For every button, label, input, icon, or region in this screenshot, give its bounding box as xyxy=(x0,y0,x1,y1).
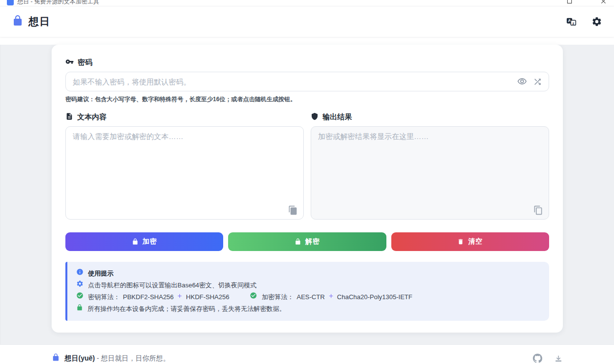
trash-icon xyxy=(457,238,464,245)
encrypt-button[interactable]: 加密 xyxy=(65,232,223,251)
tips-settings-line: 点击导航栏的图标可以设置输出Base64密文、切换夜间模式 xyxy=(88,280,257,291)
download-icon[interactable] xyxy=(554,354,563,363)
password-label: 密码 xyxy=(78,58,92,67)
gear-small-icon xyxy=(76,280,84,291)
favicon xyxy=(7,0,14,5)
app-logo-lock-icon xyxy=(12,15,24,28)
output-textarea[interactable] xyxy=(311,126,549,220)
info-icon xyxy=(76,268,84,280)
browser-tab-title: 想日 - 免费开源的文本加密工具 xyxy=(17,0,99,6)
shuffle-icon[interactable] xyxy=(533,77,542,86)
input-textarea[interactable] xyxy=(65,126,304,220)
shield-icon xyxy=(311,112,319,122)
clear-label: 清空 xyxy=(468,237,483,246)
lock-icon xyxy=(132,238,139,245)
output-section-label: 输出结果 xyxy=(311,112,549,122)
tips-title: 使用提示 xyxy=(88,268,114,280)
plus-icon xyxy=(176,291,183,303)
password-input[interactable] xyxy=(65,72,549,91)
cipher-algo-b: ChaCha20-Poly1305-IETF xyxy=(337,291,412,303)
copy-output-icon[interactable] xyxy=(533,205,543,217)
cipher-algo-a: AES-CTR xyxy=(296,291,324,303)
github-icon[interactable] xyxy=(533,354,542,363)
plus-icon xyxy=(328,291,334,303)
kdf-label: 密钥算法： xyxy=(88,291,120,303)
input-label: 文本内容 xyxy=(77,112,107,122)
usage-tips-box: 使用提示 点击导航栏的图标可以设置输出Base64密文、切换夜间模式 密钥算法：… xyxy=(65,262,549,321)
eye-icon[interactable] xyxy=(517,77,527,86)
kdf-algo-b: HKDF-SHA256 xyxy=(186,291,229,303)
tips-local-line: 所有操作均在本设备内完成；请妥善保存密码，丢失将无法解密数据。 xyxy=(88,303,286,315)
main-area: 密码 密码建议：包含大小写字母、数字和特殊符号，长度至少16位；或者点击随机生成… xyxy=(0,45,614,344)
document-icon xyxy=(65,112,73,122)
app-title: 想日 xyxy=(29,15,50,28)
encryption-card: 密码 密码建议：包含大小写字母、数字和特殊符号，长度至少16位；或者点击随机生成… xyxy=(52,45,563,333)
key-icon xyxy=(65,57,74,67)
input-section-label: 文本内容 xyxy=(65,112,304,122)
base64-translate-icon[interactable]: A z xyxy=(566,16,577,27)
lock-small-icon xyxy=(76,303,83,315)
app-footer: 想日(yuē) - 想日就日，日你所想。 xyxy=(0,344,614,364)
password-section-label: 密码 xyxy=(65,57,549,67)
encrypt-label: 加密 xyxy=(143,237,157,246)
clear-button[interactable]: 清空 xyxy=(391,232,549,251)
app-header: 想日 A z xyxy=(0,6,614,37)
svg-text:z: z xyxy=(572,21,574,26)
password-hint: 密码建议：包含大小写字母、数字和特殊符号，长度至少16位；或者点击随机生成按钮。 xyxy=(65,95,549,104)
decrypt-label: 解密 xyxy=(305,237,320,246)
check-circle-icon xyxy=(76,291,84,303)
footer-brand: 想日(yuē) xyxy=(65,354,95,362)
restore-window-icon[interactable] xyxy=(567,0,572,4)
gear-icon[interactable] xyxy=(591,16,602,27)
check-circle-icon xyxy=(250,291,257,303)
decrypt-button[interactable]: 解密 xyxy=(228,232,386,251)
cipher-label: 加密算法： xyxy=(262,291,293,303)
unlock-icon xyxy=(294,238,301,245)
footer-lock-icon xyxy=(52,353,60,364)
copy-input-icon[interactable] xyxy=(288,205,298,217)
footer-slogan: - 想日就日，日你所想。 xyxy=(95,354,170,362)
output-label: 输出结果 xyxy=(322,112,352,122)
kdf-algo-a: PBKDF2-SHA256 xyxy=(123,291,174,303)
close-window-icon[interactable] xyxy=(601,0,606,4)
browser-tab-strip: 想日 - 免费开源的文本加密工具 xyxy=(0,0,614,6)
